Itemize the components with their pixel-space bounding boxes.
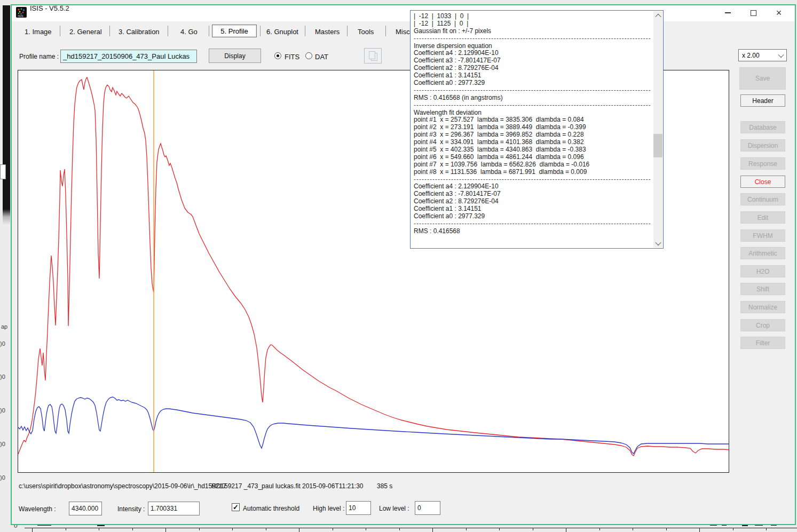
log-line: Gaussian fit on : +/-7 pixels: [414, 28, 651, 35]
copy-profile-button[interactable]: [364, 48, 382, 63]
background-axis-tick: [733, 528, 733, 530]
log-separator: ----------------------------------------…: [414, 87, 651, 94]
tab-4-go[interactable]: 4. Go: [180, 28, 198, 36]
tab-3-calibration[interactable]: 3. Calibration: [119, 28, 160, 36]
background-axis-tick: [333, 528, 333, 530]
tab-1-image[interactable]: 1. Image: [25, 28, 52, 36]
wavelength-field[interactable]: 4340.000: [69, 502, 102, 515]
chevron-down-icon: [778, 51, 784, 57]
background-axis-tick: [599, 528, 600, 530]
log-line: point #7 x = 1039.756 lambda = 6562.826 …: [414, 161, 651, 169]
minimize-button[interactable]: [716, 5, 739, 20]
fits-radio[interactable]: [274, 52, 281, 59]
zoom-select-value: x 2.00: [742, 52, 760, 59]
log-scrollbar[interactable]: [653, 11, 662, 248]
wavelength-label: Wavelength :: [19, 505, 56, 513]
background-axis-tick: [165, 528, 166, 532]
tab-divider: [60, 26, 60, 36]
log-line: point #8 x = 1131.536 lambda = 6871.991 …: [414, 169, 651, 176]
dat-radio[interactable]: [305, 52, 312, 59]
log-line: Coefficient a0 : 2977.329: [414, 213, 651, 220]
scroll-down-button[interactable]: [653, 239, 662, 248]
close-button[interactable]: Close: [740, 176, 785, 188]
log-line: point #4 x = 334.091 lambda = 4101.368 d…: [414, 139, 651, 146]
header-button[interactable]: Header: [740, 94, 785, 107]
minimize-icon: [725, 12, 731, 13]
tab-divider: [168, 26, 168, 36]
calibration-log-panel[interactable]: | -12 | 1033 | 0 || -12 | 1125 | 0 |Gaus…: [410, 10, 664, 249]
background-axis-line: [25, 528, 797, 528]
tab-misc[interactable]: Misc: [396, 28, 410, 36]
background-axis-tick: [432, 528, 433, 532]
arithmetic-button: Arithmetic: [740, 247, 785, 259]
chevron-down-icon: [655, 239, 661, 245]
background-axis-tick: [232, 528, 233, 530]
profile-name-input[interactable]: _hd159217_20150906_473_Paul Luckas: [60, 50, 197, 63]
tab-tools[interactable]: Tools: [358, 28, 374, 36]
intensity-field[interactable]: 1.700331: [148, 502, 200, 515]
display-button[interactable]: Display: [209, 49, 261, 63]
tab-2-general[interactable]: 2. General: [69, 28, 102, 36]
background-axis-tick: [699, 528, 700, 532]
app-icon: ISIS: [16, 7, 27, 18]
background-axis-tick: [199, 528, 200, 530]
save-button: Save: [739, 67, 786, 90]
edit-button: Edit: [740, 211, 785, 224]
shift-button: Shift: [740, 283, 785, 295]
background-axis-tick: [299, 528, 299, 532]
tab-profile-selected[interactable]: 5. Profile: [212, 25, 257, 37]
log-line: Coefficient a4 : 2.129904E-10: [414, 50, 651, 57]
database-button: Database: [740, 121, 785, 133]
log-separator: ----------------------------------------…: [414, 176, 651, 184]
background-text-fragment: ap: [1, 323, 7, 330]
tab-masters[interactable]: Masters: [315, 28, 340, 36]
file-path-text: c:\users\spirit\dropbox\astronomy\spectr…: [19, 482, 226, 490]
background-axis-tick: [766, 528, 767, 530]
low-level-label: Low level :: [379, 505, 409, 512]
title-bar[interactable]: [12, 5, 795, 22]
profile-name-label: Profile name :: [19, 53, 59, 60]
chevron-up-icon: [655, 13, 661, 19]
close-icon: ×: [776, 8, 782, 18]
scrollbar-thumb[interactable]: [653, 134, 662, 157]
copy-icon: [365, 49, 381, 63]
background-text-fragment: )0: [0, 407, 5, 414]
tab-6-gnuplot[interactable]: 6. Gnuplot: [266, 28, 298, 36]
exposure-text: 385 s: [377, 482, 392, 490]
fits-radio-label: FITS: [285, 53, 299, 61]
background-axis-tick: [99, 528, 99, 530]
tab-divider: [209, 26, 209, 36]
log-line: Coefficient a4 : 2.129904E-10: [414, 183, 651, 190]
tab-divider: [109, 26, 110, 36]
zoom-select[interactable]: x 2.00: [738, 49, 787, 61]
scroll-up-button[interactable]: [653, 11, 662, 20]
log-line: Coefficient a3 : -7.801417E-07: [414, 190, 651, 198]
svg-text:ISIS: ISIS: [18, 14, 23, 18]
dat-radio-label: DAT: [315, 53, 328, 61]
background-axis-tick: [499, 528, 500, 530]
automatic-threshold-checkbox[interactable]: [232, 503, 240, 511]
background-window-fragment: [0, 164, 6, 179]
crop-button: Crop: [740, 319, 785, 331]
log-line: RMS : 0.416568 (in angstroms): [414, 94, 651, 102]
log-line: Coefficient a2 : 8.729276E-04: [414, 198, 651, 205]
log-separator: ----------------------------------------…: [414, 220, 651, 228]
close-window-button[interactable]: ×: [767, 5, 791, 20]
log-line: Coefficient a0 : 2977.329: [414, 80, 651, 87]
background-axis-tick: [666, 528, 667, 530]
maximize-button[interactable]: [741, 5, 765, 20]
background-axis-tick: [466, 528, 467, 530]
file-name-text: HD159217 _473_paul luckas.fit: [211, 482, 301, 490]
log-line: point #5 x = 402.335 lambda = 4340.863 d…: [414, 146, 651, 154]
background-axis-tick: [366, 528, 366, 530]
background-axis-tick: [132, 528, 133, 530]
log-line: point #2 x = 273.191 lambda = 3889.449 d…: [414, 124, 651, 131]
high-level-input[interactable]: 10: [346, 501, 371, 515]
low-level-input[interactable]: 0: [415, 501, 440, 515]
background-axis-tick: [399, 528, 400, 530]
timestamp-text: 2015-09-06T11:21:30: [302, 482, 364, 490]
background-axis-tick: [533, 528, 533, 530]
log-line: Inverse dispersion equation: [414, 43, 651, 50]
log-line: point #6 x = 549.660 lambda = 4861.244 d…: [414, 154, 651, 161]
calibration-log-lines: | -12 | 1033 | 0 || -12 | 1125 | 0 |Gaus…: [414, 13, 651, 247]
